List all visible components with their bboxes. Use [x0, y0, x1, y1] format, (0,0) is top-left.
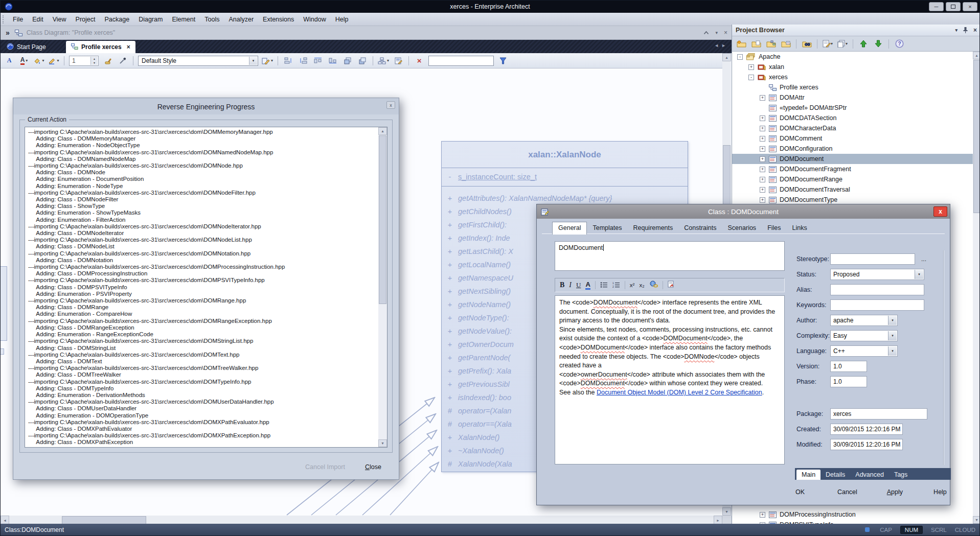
align-left-edges-icon[interactable]: [283, 55, 294, 66]
font-color-icon[interactable]: A▾: [18, 55, 30, 66]
cancel-import-button[interactable]: Cancel Import: [295, 462, 355, 472]
field-stereotype[interactable]: [830, 253, 915, 265]
tree-item-domprocessinginstruction[interactable]: +DOMProcessingInstruction: [732, 509, 973, 520]
new-window-icon[interactable]: [668, 281, 674, 290]
eyedropper-icon[interactable]: [117, 55, 128, 66]
tree-item-xerces[interactable]: -xerces: [732, 72, 973, 82]
align-top-edges-icon[interactable]: [312, 55, 324, 66]
tree-expander-icon[interactable]: +: [760, 177, 765, 182]
tree-expander-icon[interactable]: -: [748, 75, 754, 80]
close-button[interactable]: Close: [357, 462, 390, 472]
tree-expander-icon[interactable]: +: [760, 115, 765, 121]
field-status[interactable]: Proposed▾: [830, 269, 924, 280]
new-diagram-icon[interactable]: [765, 38, 777, 50]
new-project-icon[interactable]: [736, 38, 747, 50]
menu-item-analyzer[interactable]: Analyzer: [224, 14, 258, 25]
field-package[interactable]: xerces: [830, 408, 927, 420]
panel-menu-icon[interactable]: ▾: [955, 28, 958, 33]
tab-profile-xerces[interactable]: Profile xerces ×: [66, 41, 135, 53]
help-icon[interactable]: ?: [894, 38, 905, 50]
menu-item-project[interactable]: Project: [71, 14, 100, 25]
diagram-properties-icon[interactable]: [393, 55, 404, 66]
bottom-tab-tags[interactable]: Tags: [889, 470, 913, 480]
font-face-icon[interactable]: A: [4, 55, 15, 66]
dialog-tab-scenarios[interactable]: Scenarios: [722, 222, 762, 234]
italic-icon[interactable]: I: [569, 281, 572, 289]
dialog-tab-links[interactable]: Links: [787, 222, 813, 234]
scrollbar-thumb[interactable]: [62, 516, 146, 524]
tree-item-domcharacterdata[interactable]: +DOMCharacterData: [732, 123, 973, 133]
align-right-edges-icon[interactable]: [298, 55, 309, 66]
dialog-tab-general[interactable]: General: [552, 222, 587, 235]
dialog-tab-requirements[interactable]: Requirements: [627, 222, 678, 234]
close-tab-icon[interactable]: ×: [127, 43, 130, 51]
filter-funnel-icon[interactable]: [497, 55, 509, 66]
tab-scroll-arrows[interactable]: ◄►: [714, 43, 728, 48]
tree-vertical-scrollbar[interactable]: ▲ ▼: [973, 52, 980, 524]
duplicate-icon[interactable]: ▾: [837, 38, 848, 50]
tree-expander-icon[interactable]: +: [760, 156, 765, 162]
fill-color-icon[interactable]: ▾: [33, 55, 44, 66]
delete-from-diagram-icon[interactable]: ×: [414, 55, 425, 66]
tree-item-domdocumentfragment[interactable]: +DOMDocumentFragment: [732, 164, 973, 174]
subscript-icon[interactable]: x₂: [639, 282, 644, 288]
bottom-tab-details[interactable]: Details: [821, 470, 850, 480]
line-width-stepper[interactable]: 1 ▴▾: [69, 56, 99, 66]
bold-icon[interactable]: B: [560, 281, 564, 289]
field-version[interactable]: 1.0: [830, 361, 867, 372]
style-combobox[interactable]: Default Style ▾: [138, 56, 258, 66]
format-painter-icon[interactable]: [102, 55, 113, 66]
tree-item--typedef-domattrsptr[interactable]: +«typedef» DOMAttrSPtr: [732, 103, 973, 113]
tree-expander-icon[interactable]: +: [760, 95, 765, 101]
pin-icon[interactable]: [963, 27, 968, 34]
close-dialog-icon[interactable]: x: [386, 101, 395, 109]
tree-expander-icon[interactable]: +: [748, 64, 754, 70]
apply-style-icon[interactable]: ▾: [262, 55, 273, 66]
tree-item-dompsvitypeinfo[interactable]: +DOMPSVITypeInfo: [732, 520, 973, 524]
tree-expander-icon[interactable]: +: [760, 197, 765, 203]
import-log-list[interactable]: ---importing C:\Apache\xalan-builds\xerc…: [25, 127, 388, 448]
pane-menu-icon[interactable]: ▾: [715, 30, 718, 35]
field-complexity[interactable]: Easy▾: [830, 330, 898, 341]
diagram-hierarchy-icon[interactable]: ▾: [378, 55, 389, 66]
numbered-list-icon[interactable]: 12: [612, 281, 620, 290]
menu-item-tools[interactable]: Tools: [200, 14, 224, 25]
help-button[interactable]: Help: [928, 486, 952, 498]
align-bottom-edges-icon[interactable]: [327, 55, 338, 66]
menu-item-file[interactable]: File: [8, 14, 28, 25]
dialog-tab-templates[interactable]: Templates: [587, 222, 627, 234]
menu-item-element[interactable]: Element: [167, 14, 200, 25]
new-package-icon[interactable]: [750, 38, 762, 50]
close-panel-icon[interactable]: ×: [973, 27, 977, 34]
menu-item-package[interactable]: Package: [100, 14, 134, 25]
dialog-tab-files[interactable]: Files: [762, 222, 786, 234]
toolbox-expand-icon[interactable]: »: [6, 29, 10, 37]
diagram-filter-input[interactable]: [428, 56, 494, 66]
bullet-list-icon[interactable]: [600, 281, 608, 290]
tree-expander-icon[interactable]: +: [760, 512, 765, 518]
minimize-button[interactable]: ─: [929, 2, 944, 11]
tree-expander-icon[interactable]: +: [760, 136, 765, 142]
combo-dropdown-icon[interactable]: ▾: [915, 270, 923, 279]
tree-expander-icon[interactable]: +: [760, 187, 765, 193]
field-modified[interactable]: 30/09/2015 12:20:16 PM: [830, 439, 903, 450]
send-to-back-icon[interactable]: [357, 55, 368, 66]
field-language[interactable]: C++▾: [830, 345, 898, 357]
tree-item-xalan[interactable]: +xalan: [732, 62, 973, 72]
notes-hyperlink[interactable]: Document Object Model (DOM) Level 2 Core…: [597, 389, 762, 396]
name-field[interactable]: DOMDocument: [555, 241, 785, 271]
tab-start-page[interactable]: Start Page: [2, 41, 51, 53]
bottom-tab-main[interactable]: Main: [796, 470, 821, 480]
notes-field[interactable]: The <code>DOMDocument</code> interface r…: [555, 295, 785, 464]
tree-item-domcomment[interactable]: +DOMComment: [732, 133, 973, 144]
close-dialog-icon[interactable]: x: [933, 206, 947, 217]
tree-expander-icon[interactable]: +: [760, 146, 765, 152]
menu-item-edit[interactable]: Edit: [28, 14, 48, 25]
tree-item-apache[interactable]: -Apache: [732, 52, 973, 62]
tree-item-domattr[interactable]: +DOMAttr: [732, 92, 973, 103]
stereotype-more-button[interactable]: ...: [921, 255, 926, 263]
scrollbar-thumb[interactable]: [379, 135, 386, 304]
menu-item-extensions[interactable]: Extensions: [258, 14, 299, 25]
combo-dropdown-icon[interactable]: ▾: [888, 346, 897, 356]
cancel-button[interactable]: Cancel: [833, 486, 861, 498]
